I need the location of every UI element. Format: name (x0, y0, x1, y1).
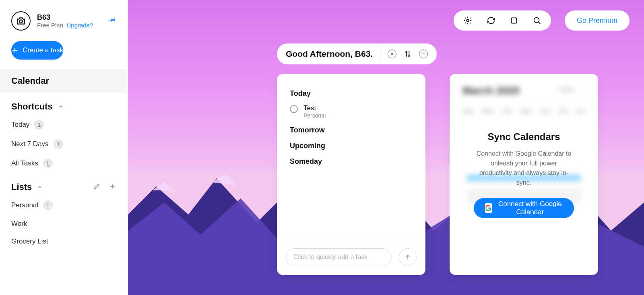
shortcuts-label: Shortcuts (11, 101, 53, 112)
tasks-panel: Today Test Personal Tomorrow Upcoming So… (277, 74, 425, 275)
more-button[interactable] (419, 50, 428, 58)
square-icon (510, 17, 518, 25)
tasks-section-today[interactable]: Today (290, 89, 413, 98)
connect-button-label: Connect with Google Calendar (497, 200, 563, 216)
x-icon (390, 52, 394, 56)
svg-point-0 (19, 20, 23, 23)
plan-text: Free Plan. (37, 22, 65, 29)
sidebar-item-work[interactable]: Work (0, 215, 128, 233)
sidebar-item-label: Today (11, 121, 29, 129)
search-button[interactable] (533, 16, 541, 25)
quick-add-input[interactable] (286, 248, 392, 266)
plus-icon (108, 182, 116, 190)
sidebar-item-next7[interactable]: Next 7 Days 1 (0, 134, 128, 154)
settings-button[interactable] (463, 16, 472, 25)
avatar[interactable] (11, 11, 31, 31)
gear-icon (463, 16, 472, 25)
sidebar-item-grocery[interactable]: Grocery List (0, 233, 128, 250)
svg-rect-2 (511, 18, 516, 23)
svg-point-1 (466, 19, 469, 22)
shortcuts-header[interactable]: Shortcuts (0, 93, 128, 115)
sidebar-item-label: Personal (11, 201, 38, 209)
sidebar-item-label: Grocery List (11, 237, 48, 245)
search-icon (533, 16, 541, 25)
ellipsis-icon (421, 51, 426, 57)
arrow-up-icon (404, 254, 411, 261)
sidebar-item-label: All Tasks (11, 159, 38, 167)
task-list-label: Personal (303, 112, 326, 119)
edit-lists-icon[interactable] (93, 182, 101, 192)
svg-point-5 (423, 54, 424, 54)
sync-calendars-overlay: Sync Calendars Connect with Google Calen… (450, 74, 598, 275)
camera-icon (16, 16, 26, 26)
svg-point-3 (534, 18, 539, 23)
profile-plan: Free Plan. Upgrade? (37, 22, 101, 29)
connect-google-calendar-button[interactable]: Connect with Google Calendar (474, 198, 574, 218)
go-premium-label: Go Premium (577, 17, 617, 25)
sort-button[interactable] (404, 50, 412, 58)
svg-point-4 (422, 54, 423, 54)
sync-description: Connect with Google Calendar to unleash … (474, 149, 574, 188)
google-logo-icon (485, 203, 492, 213)
sidebar-item-label: Work (11, 220, 27, 228)
sidebar-item-label: Next 7 Days (11, 140, 49, 148)
main-area: Go Premium Good Afternoon, B63. Today Te… (128, 0, 644, 295)
count-badge: 1 (54, 139, 63, 149)
greeting-text: Good Afternoon, B63. (286, 49, 373, 59)
create-task-button[interactable]: Create a task (11, 41, 63, 60)
plus-icon (11, 47, 19, 54)
count-badge: 1 (34, 120, 44, 130)
top-toolbar: Go Premium (454, 10, 630, 31)
upgrade-link[interactable]: Upgrade? (66, 22, 93, 29)
task-title: Test (303, 104, 326, 112)
chevron-up-icon (37, 184, 43, 190)
view-button[interactable] (510, 17, 518, 25)
clear-completed-button[interactable] (388, 50, 396, 58)
divider (380, 48, 380, 60)
profile-name: B63 (37, 13, 101, 22)
task-row[interactable]: Test Personal (290, 104, 413, 119)
pin-icon[interactable] (107, 16, 116, 26)
sidebar-item-alltasks[interactable]: All Tasks 1 (0, 154, 128, 173)
calendar-label: Calendar (11, 76, 49, 86)
lists-header[interactable]: Lists (0, 173, 128, 196)
chevron-up-icon (58, 103, 64, 110)
sidebar: B63 Free Plan. Upgrade? Create a task Ca… (0, 0, 128, 295)
quick-add-submit[interactable] (399, 248, 417, 266)
sidebar-item-calendar[interactable]: Calendar (0, 69, 128, 93)
sync-title: Sync Calendars (487, 131, 560, 142)
count-badge: 1 (43, 200, 53, 210)
sidebar-item-today[interactable]: Today 1 (0, 115, 128, 134)
count-badge: 1 (43, 159, 53, 168)
profile-section: B63 Free Plan. Upgrade? (0, 0, 128, 35)
calendar-panel: March 2020 Today ‹ › SUNMONTUEWEDTHUFRIS… (450, 74, 598, 275)
sync-button[interactable] (487, 16, 495, 25)
lists-label: Lists (11, 182, 32, 192)
greeting-bar: Good Afternoon, B63. (277, 43, 437, 64)
tasks-footer (277, 241, 425, 275)
tasks-section-tomorrow[interactable]: Tomorrow (290, 126, 413, 134)
go-premium-button[interactable]: Go Premium (565, 10, 630, 31)
add-list-icon[interactable] (108, 182, 116, 192)
task-checkbox[interactable] (290, 105, 298, 113)
pencil-icon (93, 182, 101, 190)
sidebar-item-personal[interactable]: Personal 1 (0, 196, 128, 215)
tasks-section-upcoming[interactable]: Upcoming (290, 142, 413, 150)
create-task-label: Create a task (23, 46, 63, 54)
svg-point-6 (425, 54, 425, 54)
sort-arrows-icon (404, 50, 412, 58)
toolbar-pill (454, 10, 551, 31)
sync-icon (487, 16, 495, 25)
tasks-section-someday[interactable]: Someday (290, 157, 413, 166)
